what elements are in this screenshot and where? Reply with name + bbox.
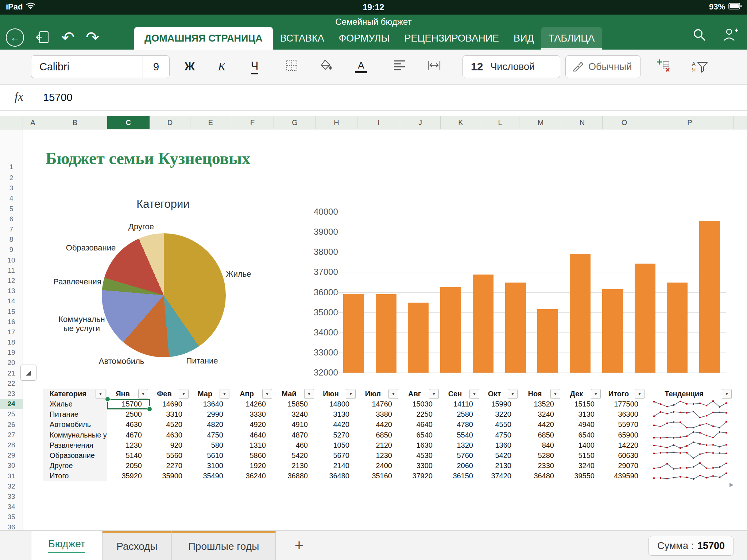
total-cell[interactable]: 36300 [603, 409, 646, 420]
row-header-27[interactable]: 27 [0, 430, 23, 440]
value-cell[interactable]: 5610 [190, 450, 231, 460]
table-header-cell[interactable]: Июл▾ [357, 389, 400, 399]
row-header-24[interactable]: 24 [0, 399, 23, 409]
value-cell[interactable]: 2270 [150, 461, 190, 471]
value-cell[interactable]: 4630 [107, 420, 150, 430]
value-cell[interactable]: 4940 [562, 420, 603, 430]
value-cell[interactable]: 5270 [316, 430, 357, 440]
row-header-7[interactable]: 7 [0, 224, 23, 234]
expand-selection-button[interactable]: ◢ [20, 365, 36, 381]
filter-button[interactable]: ▾ [262, 389, 272, 399]
value-cell[interactable]: 3240 [562, 461, 603, 471]
value-cell[interactable]: 14690 [150, 399, 190, 409]
trend-cell[interactable] [646, 420, 734, 430]
value-cell[interactable]: 4530 [400, 450, 441, 460]
row-header-33[interactable]: 33 [0, 491, 23, 502]
table-header-cell[interactable]: Сен▾ [441, 389, 481, 399]
value-cell[interactable]: 14800 [316, 399, 357, 409]
back-button[interactable]: ← [6, 28, 24, 47]
formula-value[interactable]: 15700 [43, 92, 73, 104]
add-sheet-button[interactable]: + [285, 531, 314, 560]
category-cell[interactable]: Коммунальные усл [43, 430, 107, 440]
selection-handle[interactable] [147, 406, 152, 412]
value-cell[interactable]: 4420 [357, 420, 400, 430]
row-header-11[interactable]: 11 [0, 265, 23, 276]
value-cell[interactable]: 2500 [107, 409, 150, 420]
column-header-N[interactable]: N [562, 116, 603, 129]
value-cell[interactable]: 1400 [562, 440, 603, 450]
column-header-O[interactable]: O [603, 116, 646, 129]
value-cell[interactable]: 2120 [357, 440, 400, 450]
value-cell[interactable]: 4520 [150, 420, 190, 430]
value-cell[interactable]: 5670 [316, 450, 357, 460]
value-cell[interactable]: 15030 [400, 399, 441, 409]
ribbon-tab-2[interactable]: ФОРМУЛЫ [332, 27, 397, 50]
value-cell[interactable]: 1230 [357, 450, 400, 460]
trend-cell[interactable] [646, 440, 734, 450]
number-format-picker[interactable]: 12 Числовой [462, 55, 560, 78]
value-cell[interactable]: 4670 [107, 430, 150, 440]
filter-button[interactable]: ▾ [429, 389, 439, 399]
column-header-B[interactable]: B [43, 116, 107, 129]
value-cell[interactable]: 15150 [562, 399, 603, 409]
value-cell[interactable]: 35920 [107, 471, 150, 481]
value-cell[interactable]: 2060 [441, 461, 481, 471]
value-cell[interactable]: 4750 [190, 430, 231, 440]
category-cell[interactable]: Питание [43, 409, 107, 420]
value-cell[interactable]: 36240 [231, 471, 274, 481]
trend-cell[interactable] [646, 399, 734, 409]
row-header-10[interactable]: 10 [0, 255, 23, 265]
value-cell[interactable]: 14260 [231, 399, 274, 409]
value-cell[interactable]: 13520 [519, 399, 562, 409]
share-person-button[interactable] [722, 27, 739, 43]
table-header-cell[interactable]: Май▾ [274, 389, 316, 399]
table-header-cell[interactable]: Ноя▾ [519, 389, 562, 399]
column-header-K[interactable]: K [441, 116, 481, 129]
row-header-9[interactable]: 9 [0, 245, 23, 255]
value-cell[interactable]: 6850 [357, 430, 400, 440]
value-cell[interactable]: 2130 [274, 461, 316, 471]
value-cell[interactable]: 4820 [190, 420, 231, 430]
total-cell[interactable]: 55970 [603, 420, 646, 430]
table-header-cell[interactable]: Мар▾ [190, 389, 231, 399]
value-cell[interactable]: 35490 [190, 471, 231, 481]
table-header-cell[interactable]: Итого▾ [603, 389, 646, 399]
row-header-34[interactable]: 34 [0, 502, 23, 512]
pie-chart[interactable]: Категории ЖильеПитаниеАвтомобильКоммунал… [66, 197, 270, 372]
value-cell[interactable]: 460 [274, 440, 316, 450]
filter-button[interactable]: ▾ [179, 389, 189, 399]
row-header-6[interactable]: 6 [0, 214, 23, 224]
value-cell[interactable]: 5140 [107, 450, 150, 460]
sheet-tab-2[interactable]: Прошлые годы [172, 531, 276, 560]
category-cell[interactable]: Автомобиль [43, 420, 107, 430]
filter-button[interactable]: ▾ [722, 389, 732, 399]
value-cell[interactable]: 14760 [357, 399, 400, 409]
value-cell[interactable]: 5420 [274, 450, 316, 460]
trend-cell[interactable] [646, 471, 734, 481]
table-header-cell[interactable]: Апр▾ [231, 389, 274, 399]
row-header-17[interactable]: 17 [0, 327, 23, 337]
row-header-21[interactable]: 21 [0, 368, 23, 378]
select-all-corner[interactable] [0, 116, 23, 129]
formula-bar[interactable]: fx 15700 [0, 85, 747, 111]
row-header-5[interactable]: 5 [0, 204, 23, 214]
value-cell[interactable]: 6850 [519, 430, 562, 440]
value-cell[interactable]: 3100 [190, 461, 231, 471]
row-header-4[interactable]: 4 [0, 193, 23, 203]
row-header-26[interactable]: 26 [0, 420, 23, 430]
value-cell[interactable]: 2050 [107, 461, 150, 471]
value-cell[interactable]: 920 [150, 440, 190, 450]
value-cell[interactable]: 35160 [357, 471, 400, 481]
merge-cells-button[interactable] [421, 55, 447, 78]
table-header-cell[interactable]: Янв▾ [107, 389, 150, 399]
filter-button[interactable]: ▾ [388, 389, 398, 399]
column-header-M[interactable]: M [519, 116, 562, 129]
table-header-cell[interactable]: Июн▾ [316, 389, 357, 399]
font-picker[interactable]: Calibri 9 [31, 55, 170, 78]
value-cell[interactable]: 4640 [400, 420, 441, 430]
italic-button[interactable]: К [209, 55, 235, 78]
column-header-F[interactable]: F [231, 116, 274, 129]
trend-cell[interactable] [646, 409, 734, 420]
row-header-31[interactable]: 31 [0, 471, 23, 481]
value-cell[interactable]: 36480 [316, 471, 357, 481]
